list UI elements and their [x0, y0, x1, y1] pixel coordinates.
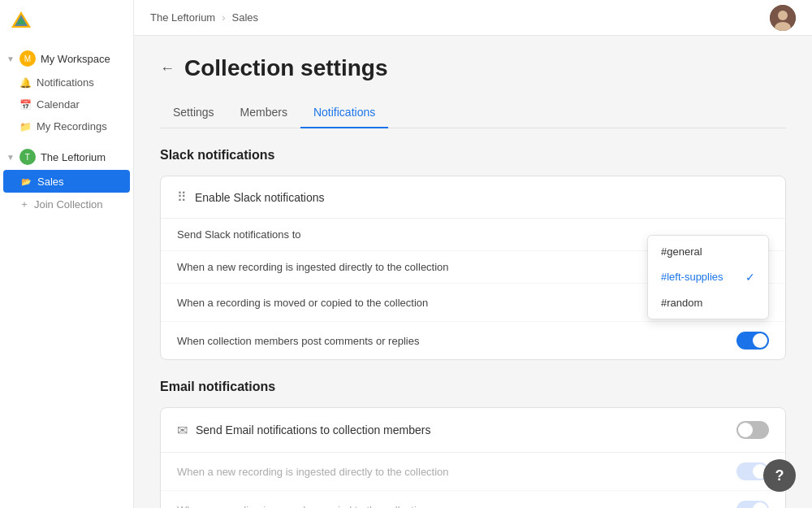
avatar-image	[770, 5, 796, 31]
slack-moved-label: When a recording is moved or copied to t…	[177, 297, 428, 309]
email-icon: ✉	[177, 423, 188, 438]
join-collection-label: Join Collection	[34, 198, 103, 211]
sidebar: ▼ M My Workspace 🔔 Notifications 📅 Calen…	[0, 0, 134, 508]
the-leftorium-label: The Leftorium	[41, 151, 106, 163]
sidebar-item-calendar[interactable]: 📅 Calendar	[0, 93, 133, 115]
breadcrumb-separator: ›	[222, 11, 225, 24]
the-leftorium-section: ▼ T The Leftorium 📂 Sales ＋ Join Collect…	[0, 141, 133, 219]
channel-option-left-supplies[interactable]: #left-supplies ✓	[648, 264, 768, 290]
slack-new-recording-label: When a new recording is ingested directl…	[177, 261, 449, 273]
sidebar-item-sales[interactable]: 📂 Sales	[3, 170, 130, 193]
slack-send-to-label: Send Slack notifications to	[177, 228, 300, 241]
page-title-row: ← Collection settings	[160, 55, 786, 81]
back-button[interactable]: ←	[160, 60, 175, 77]
main-area: The Leftorium › Sales ← Collection setti…	[134, 0, 812, 508]
sidebar-item-recordings[interactable]: 📁 My Recordings	[0, 115, 133, 137]
my-workspace-avatar: M	[19, 50, 36, 67]
help-button[interactable]: ?	[763, 459, 796, 492]
my-workspace-header[interactable]: ▼ M My Workspace	[0, 46, 133, 72]
channel-option-random[interactable]: #random	[648, 290, 768, 315]
collection-icon: 📂	[19, 175, 32, 188]
page-title: Collection settings	[184, 55, 387, 81]
my-workspace-section: ▼ M My Workspace 🔔 Notifications 📅 Calen…	[0, 42, 133, 141]
app-logo-icon	[10, 10, 32, 33]
slack-send-to-row: Send Slack notifications to #general #le…	[161, 219, 785, 251]
sales-label: Sales	[37, 176, 64, 188]
email-new-recording-row: When a new recording is ingested directl…	[161, 453, 785, 491]
sidebar-item-join-collection[interactable]: ＋ Join Collection	[0, 193, 133, 216]
email-card-header: ✉ Send Email notifications to collection…	[161, 408, 785, 453]
slack-section-title: Slack notifications	[160, 148, 786, 163]
topbar: The Leftorium › Sales	[134, 0, 812, 36]
slack-enable-label: Enable Slack notifications	[195, 191, 325, 204]
calendar-label: Calendar	[37, 98, 80, 111]
channel-dropdown: #general #left-supplies ✓ #random	[647, 235, 769, 319]
check-icon: ✓	[745, 271, 755, 284]
tab-notifications[interactable]: Notifications	[300, 98, 388, 128]
svg-point-4	[778, 11, 788, 20]
breadcrumb-page: Sales	[232, 11, 259, 24]
email-moved-label: When a recording is moved or copied to t…	[177, 504, 428, 509]
the-leftorium-header[interactable]: ▼ T The Leftorium	[0, 144, 133, 170]
tab-settings[interactable]: Settings	[160, 98, 227, 128]
calendar-icon: 📅	[19, 99, 32, 111]
email-main-toggle[interactable]	[736, 421, 769, 439]
content-area: ← Collection settings Settings Members N…	[134, 36, 812, 508]
recordings-label: My Recordings	[37, 120, 107, 132]
plus-icon: ＋	[19, 198, 29, 211]
slack-comments-row: When collection members post comments or…	[161, 322, 785, 359]
email-new-recording-label: When a new recording is ingested directl…	[177, 466, 449, 478]
slack-comments-label: When collection members post comments or…	[177, 335, 419, 347]
slack-grid-icon: ⠿	[177, 189, 187, 205]
sidebar-logo	[0, 0, 133, 42]
slack-card-header: ⠿ Enable Slack notifications	[161, 176, 785, 219]
email-card: ✉ Send Email notifications to collection…	[160, 407, 786, 508]
email-moved-row: When a recording is moved or copied to t…	[161, 491, 785, 508]
channel-option-general[interactable]: #general	[648, 239, 768, 264]
my-workspace-label: My Workspace	[41, 53, 110, 65]
email-enable-label: Send Email notifications to collection m…	[196, 423, 430, 436]
user-avatar[interactable]	[770, 5, 796, 31]
slack-card: ⠿ Enable Slack notifications Send Slack …	[160, 176, 786, 360]
bell-icon: 🔔	[19, 77, 32, 89]
tab-members[interactable]: Members	[227, 98, 300, 128]
the-leftorium-avatar: T	[19, 149, 36, 165]
email-section-title: Email notifications	[160, 380, 786, 394]
tabs: Settings Members Notifications	[160, 98, 786, 128]
sidebar-item-notifications[interactable]: 🔔 Notifications	[0, 72, 133, 93]
help-icon: ?	[775, 467, 784, 484]
recordings-icon: 📁	[19, 121, 32, 132]
breadcrumb-org: The Leftorium	[150, 11, 215, 24]
slack-comments-toggle[interactable]	[736, 332, 769, 350]
email-moved-toggle[interactable]	[736, 501, 769, 508]
notifications-label: Notifications	[37, 76, 94, 89]
breadcrumb: The Leftorium › Sales	[150, 11, 258, 24]
